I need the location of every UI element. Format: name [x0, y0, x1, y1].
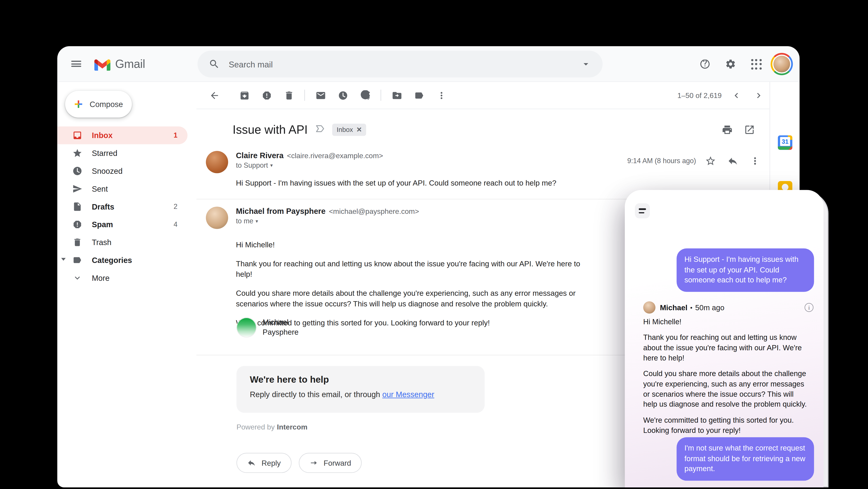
user-avatar[interactable]	[771, 53, 793, 75]
sender-name: Claire Rivera	[236, 151, 284, 160]
message-header-claire: Claire Rivera <claire.rivera@example.com…	[236, 151, 383, 169]
star-outline-icon[interactable]	[700, 150, 721, 172]
sidebar: Compose Inbox 1 Starred Snoozed	[57, 82, 196, 487]
apps-grid-icon[interactable]	[745, 53, 767, 75]
clock-icon	[72, 165, 83, 176]
messenger-menu-icon[interactable]	[635, 203, 650, 218]
recipient-caret-icon: ▾	[270, 163, 273, 168]
report-spam-icon[interactable]	[255, 84, 278, 106]
labels-icon[interactable]	[408, 84, 430, 106]
sidebar-item-more[interactable]: More	[57, 269, 188, 287]
chevron-down-icon	[72, 272, 83, 284]
forward-arrow-icon	[309, 458, 318, 467]
agent-name: Michael	[660, 303, 687, 312]
search-icon[interactable]	[203, 53, 225, 75]
reply-button[interactable]: Reply	[237, 453, 291, 473]
sender-email: <claire.rivera@example.com>	[287, 152, 383, 160]
search-options-dropdown-icon[interactable]	[575, 53, 597, 75]
expand-caret-icon[interactable]	[61, 258, 66, 261]
info-icon[interactable]: i	[804, 303, 813, 312]
toolbar-divider	[304, 90, 305, 101]
screen: Gmail Search mail	[0, 0, 868, 489]
sidebar-item-snoozed[interactable]: Snoozed	[57, 162, 188, 180]
sidebar-item-inbox[interactable]: Inbox 1	[57, 126, 188, 144]
drafts-count: 2	[174, 203, 178, 210]
archive-icon[interactable]	[233, 84, 255, 106]
print-icon[interactable]	[716, 119, 738, 141]
gmail-logo: Gmail	[94, 57, 145, 70]
visitor-message-bubble: I'm not sure what the correct request fo…	[677, 437, 814, 481]
messenger-link[interactable]: our Messenger	[382, 390, 434, 399]
subject-row: Issue with API Inbox ✕	[232, 120, 761, 139]
delete-icon[interactable]	[278, 84, 300, 106]
sidebar-nav: Inbox 1 Starred Snoozed Sent Draft	[57, 126, 196, 287]
help-icon[interactable]	[694, 53, 716, 75]
gmail-header: Gmail Search mail	[57, 46, 800, 82]
pagination: 1–50 of 2,619	[677, 84, 770, 106]
message-actions: 9:14 AM (8 hours ago)	[627, 150, 766, 172]
recipient-dropdown[interactable]: to Support ▾	[236, 162, 383, 169]
sender-avatar-michael[interactable]	[206, 207, 228, 229]
back-icon[interactable]	[203, 84, 225, 106]
sidebar-item-categories[interactable]: Categories	[57, 251, 188, 269]
powered-by: Powered byIntercom	[237, 423, 307, 431]
more-options-icon[interactable]	[430, 84, 452, 106]
send-icon	[72, 183, 83, 194]
remove-label-icon[interactable]: ✕	[356, 126, 362, 134]
help-box-body: Reply directly to this email, or through…	[250, 390, 471, 399]
messenger-widget: Hi Support - I'm having issues with the …	[625, 190, 824, 487]
compose-button[interactable]: Compose	[65, 91, 132, 117]
header-actions	[694, 53, 793, 75]
reply-icon[interactable]	[722, 150, 744, 172]
message-timestamp: 9:14 AM (8 hours ago)	[627, 157, 696, 165]
spam-icon	[72, 219, 83, 230]
label-important-icon[interactable]	[314, 123, 326, 137]
older-chevron-icon[interactable]	[747, 84, 770, 106]
calendar-icon[interactable]: 31	[778, 135, 792, 150]
mail-toolbar: 1–50 of 2,619	[196, 82, 770, 109]
email-signature: Michael Paysphere	[237, 317, 299, 338]
snooze-icon[interactable]	[332, 84, 354, 106]
spam-count: 4	[174, 221, 178, 228]
inbox-count: 1	[174, 132, 178, 139]
trash-icon	[72, 237, 83, 248]
sidebar-item-trash[interactable]: Trash	[57, 233, 188, 251]
paysphere-logo	[237, 318, 256, 338]
sidebar-item-starred[interactable]: Starred	[57, 144, 188, 162]
message-header-michael: Michael from Paysphere <michael@payspher…	[236, 207, 419, 225]
label-icon	[72, 255, 83, 266]
inbox-label-chip[interactable]: Inbox ✕	[332, 123, 366, 136]
reply-forward-row: Reply Forward	[237, 453, 362, 473]
recipient-dropdown[interactable]: to me ▾	[236, 217, 419, 225]
reply-arrow-icon	[247, 458, 256, 467]
toolbar-divider	[381, 90, 381, 101]
message-body-claire: Hi Support - I'm having issues with the …	[236, 178, 614, 189]
pagination-count: 1–50 of 2,619	[677, 91, 722, 99]
add-task-icon[interactable]	[354, 84, 376, 106]
search-bar[interactable]: Search mail	[197, 51, 602, 77]
gmail-wordmark: Gmail	[115, 57, 145, 70]
sender-avatar-claire[interactable]	[206, 151, 228, 173]
agent-message-body: Hi Michelle! Thank you for reaching out …	[643, 317, 808, 441]
agent-message-time: 50m ago	[695, 303, 724, 312]
sidebar-item-spam[interactable]: Spam 4	[57, 215, 188, 233]
forward-button[interactable]: Forward	[299, 453, 362, 473]
subject-actions	[716, 119, 761, 141]
sidebar-item-sent[interactable]: Sent	[57, 180, 188, 198]
more-vert-icon[interactable]	[744, 150, 766, 172]
move-to-icon[interactable]	[385, 84, 408, 106]
recipient-caret-icon: ▾	[255, 219, 258, 224]
agent-avatar	[643, 301, 655, 314]
main-menu-icon[interactable]	[65, 53, 87, 75]
newer-chevron-icon[interactable]	[725, 84, 747, 106]
open-in-new-icon[interactable]	[738, 119, 761, 141]
gmail-m-icon	[94, 57, 111, 70]
signature-company: Paysphere	[263, 328, 299, 338]
settings-gear-icon[interactable]	[719, 53, 742, 75]
mark-unread-icon[interactable]	[309, 84, 332, 106]
sender-name: Michael from Paysphere	[236, 207, 326, 215]
help-box: We're here to help Reply directly to thi…	[237, 366, 485, 413]
sidebar-item-drafts[interactable]: Drafts 2	[57, 198, 188, 215]
signature-name: Michael	[263, 317, 299, 328]
search-input[interactable]: Search mail	[225, 59, 575, 69]
